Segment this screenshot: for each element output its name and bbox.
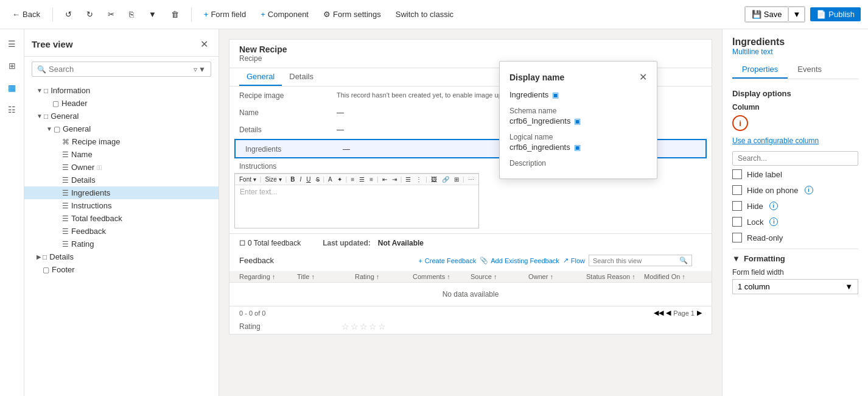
popup-close-button[interactable]: ✕ — [639, 71, 647, 83]
align-right-btn[interactable]: ≡ — [368, 175, 375, 183]
copy-schema-name-button[interactable]: ▣ — [574, 117, 581, 126]
hide-on-phone-info-icon[interactable]: i — [805, 186, 813, 194]
display-name-value: Ingredients ▣ — [509, 90, 647, 99]
search-icon: 🔍 — [37, 65, 46, 74]
hide-checkbox[interactable] — [732, 201, 742, 211]
flow-button[interactable]: ↗ Flow — [563, 256, 585, 264]
add-form-field-button[interactable]: + Form field — [199, 7, 251, 21]
checkbox-icon: ☐ — [239, 239, 245, 247]
tree-item-rating[interactable]: ▶ ☰ Rating — [24, 238, 219, 250]
feedback-search-input[interactable] — [593, 257, 677, 264]
copy-logical-name-button[interactable]: ▣ — [574, 143, 581, 152]
copy-display-name-button[interactable]: ▣ — [552, 91, 559, 99]
instructions-editor[interactable]: Font ▾ | Size ▾ | B I U S̶ | A ✦ | ≡ ☰ — [234, 173, 479, 228]
tree-item-general-section[interactable]: ▼ □ General — [24, 110, 219, 122]
expand-icon: ▼ — [37, 87, 43, 94]
main-layout: ☰ ⊞ ▦ ☷ Tree view ✕ 🔍 ▿ ▼ ▼ □ Informatio… — [0, 29, 868, 396]
collapse-icon: ▼ — [732, 254, 740, 263]
instructions-text-area[interactable]: Enter text... — [235, 185, 478, 228]
tree-item-name[interactable]: ▶ ☰ Name — [24, 148, 219, 161]
form-field-width-dropdown[interactable]: 1 column ▼ — [732, 279, 858, 294]
info-button[interactable]: i — [732, 115, 748, 131]
tab-details[interactable]: Details — [282, 68, 321, 86]
tree-close-button[interactable]: ✕ — [197, 37, 211, 51]
increase-indent-btn[interactable]: ⇥ — [390, 175, 399, 183]
recipe-image-label: Recipe image — [239, 89, 337, 100]
font-dropdown[interactable]: Font ▾ — [237, 175, 258, 183]
tree-item-label: Details — [49, 252, 74, 261]
prev-page-button[interactable]: ◀◀ — [654, 309, 663, 317]
prev-button[interactable]: ◀ — [666, 309, 671, 317]
tree-item-recipe-image[interactable]: ▶ ⌘ Recipe image — [24, 135, 219, 148]
bold-btn[interactable]: B — [289, 175, 296, 183]
tree-item-details-field[interactable]: ▶ ☰ Details — [24, 174, 219, 186]
back-button[interactable]: ← Back — [7, 7, 45, 21]
redo-button[interactable]: ↻ — [82, 7, 98, 21]
layers-icon-button[interactable]: ▦ — [2, 78, 22, 97]
next-button[interactable]: ▶ — [697, 309, 702, 317]
hide-on-phone-checkbox[interactable] — [732, 185, 742, 195]
copy-button[interactable]: ⎘ — [124, 7, 139, 21]
delete-button[interactable]: 🗑 — [166, 7, 184, 21]
italic-btn[interactable]: I — [298, 175, 303, 183]
tree-item-ingredients[interactable]: ▶ ☰ Ingredients — [24, 186, 219, 199]
tree-item-general-sub[interactable]: ▼ ▢ General — [24, 122, 219, 135]
search-field-input[interactable] — [732, 151, 858, 166]
add-existing-feedback-button[interactable]: 📎 Add Existing Feedback — [480, 256, 559, 264]
numbered-list-btn[interactable]: ⋮ — [414, 175, 424, 183]
add-existing-label: Add Existing Feedback — [491, 257, 559, 264]
tree-item-feedback[interactable]: ▶ ☰ Feedback — [24, 225, 219, 238]
image-btn[interactable]: 🖼 — [429, 175, 439, 183]
readonly-text: Read-only — [747, 233, 783, 242]
size-dropdown[interactable]: Size ▾ — [263, 175, 283, 183]
readonly-checkbox[interactable] — [732, 233, 742, 242]
lock-checkbox[interactable] — [732, 217, 742, 227]
configurable-column-link[interactable]: Use a configurable column — [732, 136, 819, 145]
tree-item-header[interactable]: ▶ ▢ Header — [24, 97, 219, 110]
decrease-indent-btn[interactable]: ⇤ — [380, 175, 389, 183]
tree-item-owner[interactable]: ▶ ☰ Owner 👁̸ — [24, 161, 219, 174]
tree-item-label: Name — [71, 150, 93, 159]
align-left-btn[interactable]: ≡ — [349, 175, 356, 183]
highlight-btn[interactable]: ✦ — [335, 175, 344, 183]
hide-label-checkbox[interactable] — [732, 169, 742, 179]
tree-item-total-feedback[interactable]: ▶ ☰ Total feedback — [24, 212, 219, 225]
icon-panel: ☰ ⊞ ▦ ☷ — [0, 29, 24, 396]
save-dropdown-button[interactable]: ▼ — [788, 7, 805, 22]
tree-item-footer[interactable]: ▶ ▢ Footer — [24, 263, 219, 276]
underline-btn[interactable]: U — [304, 175, 312, 183]
tab-general[interactable]: General — [239, 68, 282, 86]
list-icon-button[interactable]: ☷ — [2, 100, 22, 119]
table-btn[interactable]: ⊞ — [452, 175, 461, 183]
filter-button[interactable]: ▿ ▼ — [194, 65, 206, 74]
create-feedback-button[interactable]: + Create Feedback — [418, 257, 476, 264]
publish-button[interactable]: 📄 Publish — [810, 7, 861, 21]
align-center-btn[interactable]: ☰ — [357, 175, 366, 183]
search-input[interactable] — [49, 65, 191, 74]
more-btn[interactable]: ⋯ — [466, 175, 476, 183]
formatting-section[interactable]: ▼ Formatting — [732, 254, 858, 263]
apps-icon-button[interactable]: ⊞ — [2, 56, 22, 76]
tab-events[interactable]: Events — [788, 61, 831, 79]
more-dropdown-button[interactable]: ▼ — [144, 7, 161, 21]
rating-stars[interactable]: ☆☆☆☆☆ — [341, 322, 387, 331]
bullet-list-btn[interactable]: ☰ — [404, 175, 413, 183]
save-button[interactable]: 💾 Save — [745, 7, 789, 22]
lock-info-icon[interactable]: i — [769, 217, 778, 226]
tree-item-instructions[interactable]: ▶ ☰ Instructions — [24, 199, 219, 212]
menu-icon-button[interactable]: ☰ — [2, 34, 22, 54]
tab-properties[interactable]: Properties — [732, 61, 788, 79]
font-color-btn[interactable]: A — [326, 175, 334, 183]
undo-button[interactable]: ↺ — [60, 7, 77, 21]
cut-button[interactable]: ✂ — [103, 7, 119, 21]
add-component-button[interactable]: + Component — [256, 7, 313, 21]
hide-info-icon[interactable]: i — [769, 202, 778, 210]
switch-classic-button[interactable]: Switch to classic — [391, 7, 458, 21]
link-btn[interactable]: 🔗 — [440, 175, 451, 183]
filter-icon: ▿ — [194, 65, 197, 74]
form-settings-button[interactable]: ⚙ Form settings — [318, 7, 386, 21]
tree-item-information[interactable]: ▼ □ Information — [24, 84, 219, 97]
strikethrough-btn[interactable]: S̶ — [314, 175, 321, 183]
tree-item-label: General — [51, 111, 79, 121]
tree-item-details-section[interactable]: ▶ □ Details — [24, 250, 219, 263]
